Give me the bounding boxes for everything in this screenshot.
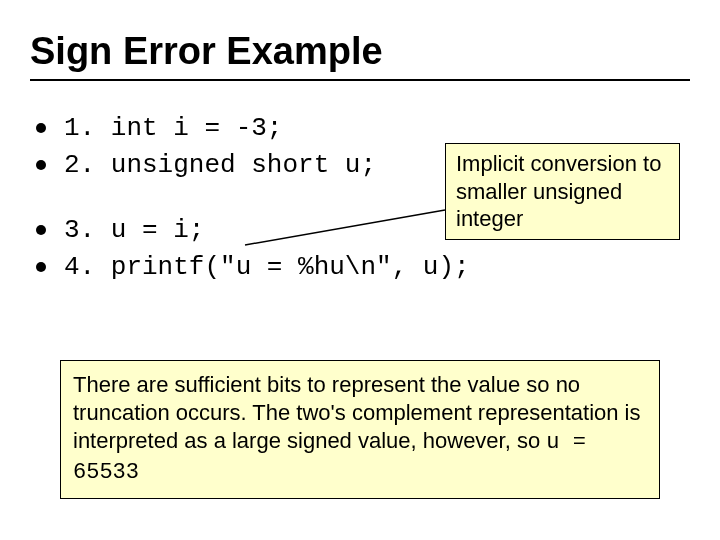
bullet-dot-icon: [36, 123, 46, 133]
bullet-dot-icon: [36, 262, 46, 272]
slide: Sign Error Example 1. int i = -3; 2. uns…: [0, 0, 720, 540]
bullet-1: 1. int i = -3;: [30, 111, 690, 146]
bullet-4: 4. printf("u = %hu\n", u);: [30, 250, 690, 285]
callout-implicit-conversion: Implicit conversion to smaller unsigned …: [445, 143, 680, 240]
bullet-3-text: 3. u = i;: [64, 213, 204, 248]
bullet-4-text: 4. printf("u = %hu\n", u);: [64, 250, 470, 285]
footnote-box: There are sufficient bits to represent t…: [60, 360, 660, 499]
bullet-2-text: 2. unsigned short u;: [64, 148, 376, 183]
bullet-dot-icon: [36, 160, 46, 170]
slide-title: Sign Error Example: [30, 30, 690, 73]
bullet-1-text: 1. int i = -3;: [64, 111, 282, 146]
bullet-dot-icon: [36, 225, 46, 235]
title-rule: [30, 79, 690, 81]
